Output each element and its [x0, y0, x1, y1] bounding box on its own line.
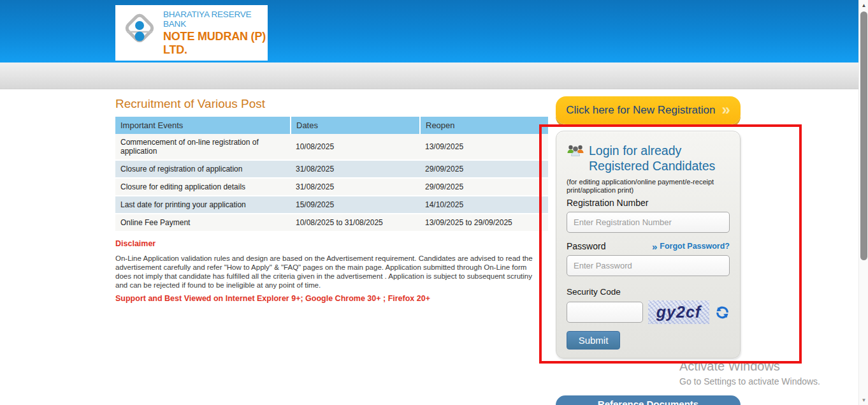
registration-number-input[interactable] [567, 212, 730, 233]
brbnmpl-logo-icon [122, 12, 157, 54]
registration-number-label: Registration Number [567, 198, 730, 208]
event-cell: Closure of registration of application [115, 160, 291, 178]
logo-line1: BHARATIYA RESERVE BANK [163, 10, 268, 29]
table-row: Closure for editing application details … [115, 178, 548, 196]
table-row: Last date for printing your application … [115, 196, 548, 214]
scroll-down-arrow-icon[interactable]: ▼ [859, 395, 868, 405]
captcha-image: gy2cf [648, 300, 709, 324]
col-reopen: Reopen [420, 117, 548, 134]
security-code-label: Security Code [567, 287, 730, 297]
date-cell: 10/08/2025 to 31/08/2025 [291, 214, 420, 232]
disclaimer-title: Disclaimer [115, 239, 544, 248]
logo-line2: NOTE MUDRAN (P) LTD. [163, 30, 268, 57]
reopen-cell: 13/09/2025 [420, 134, 548, 160]
event-cell: Last date for printing your application [115, 196, 291, 214]
col-important-events: Important Events [115, 117, 291, 134]
forgot-password-link[interactable]: » Forgot Password? [652, 242, 730, 251]
login-panel: Login for already Registered Candidates … [556, 131, 741, 358]
date-cell: 31/08/2025 [291, 178, 420, 196]
new-registration-button[interactable]: Click here for New Registration » [556, 96, 741, 124]
activate-windows-watermark: Activate Windows Go to Settings to activ… [679, 359, 820, 387]
watermark-title: Activate Windows [679, 359, 820, 374]
double-chevron-icon: » [721, 102, 730, 117]
watermark-subtitle: Go to Settings to activate Windows. [679, 376, 820, 387]
table-row: Closure of registration of application 3… [115, 160, 548, 178]
event-cell: Commencement of on-line registration of … [115, 134, 291, 160]
registered-users-icon [567, 143, 584, 173]
submit-button[interactable]: Submit [567, 331, 620, 350]
events-table: Important Events Dates Reopen Commenceme… [115, 117, 548, 232]
table-row: Online Fee Payment 10/08/2025 to 31/08/2… [115, 214, 548, 232]
date-cell: 10/08/2025 [291, 134, 420, 160]
browser-support-note: Support and Best Viewed on Internet Expl… [115, 294, 549, 303]
forgot-password-label: Forgot Password? [660, 242, 730, 251]
date-cell: 31/08/2025 [291, 160, 420, 178]
reopen-cell: 13/09/2025 to 29/09/2025 [420, 214, 548, 232]
reopen-cell: 14/10/2025 [420, 196, 548, 214]
date-cell: 15/09/2025 [291, 196, 420, 214]
page-title: Recruitment of Various Post [115, 97, 265, 111]
scrollbar-thumb[interactable] [860, 11, 867, 260]
password-label: Password [567, 241, 605, 251]
chevron-right-icon: » [652, 242, 657, 251]
table-row: Commencement of on-line registration of … [115, 134, 548, 160]
captcha-refresh-icon[interactable] [715, 306, 730, 320]
vertical-scrollbar[interactable]: ▲ ▼ [858, 0, 868, 405]
reopen-cell: 29/09/2025 [420, 178, 548, 196]
table-header-row: Important Events Dates Reopen [115, 117, 548, 134]
event-cell: Closure for editing application details [115, 178, 291, 196]
brand-logo: BHARATIYA RESERVE BANK NOTE MUDRAN (P) L… [115, 5, 268, 61]
disclaimer-body: On-Line Application validation rules and… [115, 254, 544, 290]
password-input[interactable] [567, 255, 730, 276]
login-note: (for editing application/online payment/… [567, 178, 730, 195]
security-code-input[interactable] [567, 302, 643, 323]
login-title: Login for already Registered Candidates [589, 143, 724, 173]
reference-documents-bar[interactable]: Reference Documents [556, 395, 741, 405]
reopen-cell: 29/09/2025 [420, 160, 548, 178]
scroll-up-arrow-icon[interactable]: ▲ [859, 0, 868, 10]
event-cell: Online Fee Payment [115, 214, 291, 232]
nav-bar [0, 63, 868, 89]
new-registration-label: Click here for New Registration [566, 104, 715, 117]
disclaimer-block: Disclaimer On-Line Application validatio… [115, 239, 544, 290]
col-dates: Dates [291, 117, 420, 134]
